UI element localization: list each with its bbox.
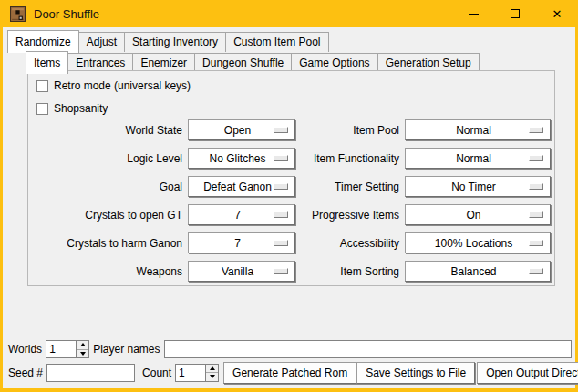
dropdown-indicator-icon: [529, 183, 543, 190]
progressive-items-label: Progressive Items: [295, 209, 405, 222]
seed-input[interactable]: [46, 364, 135, 382]
world-state-label: World State: [28, 124, 188, 137]
logic-level-label: Logic Level: [28, 152, 188, 165]
item-pool-dropdown[interactable]: Normal: [405, 119, 551, 140]
crystals-harm-ganon-label: Crystals to harm Ganon: [28, 237, 188, 250]
retro-mode-label: Retro mode (universal keys): [54, 79, 191, 92]
title-bar[interactable]: Door Shuffle ✕: [0, 0, 578, 27]
item-functionality-value: Normal: [406, 152, 529, 165]
tab-adjust[interactable]: Adjust: [78, 32, 125, 52]
timer-setting-dropdown[interactable]: No Timer: [405, 176, 551, 197]
door-icon: [10, 6, 26, 22]
item-sorting-label: Item Sorting: [295, 265, 405, 278]
crystals-open-gt-dropdown[interactable]: 7: [188, 204, 295, 225]
window-controls: ✕: [452, 0, 578, 27]
item-functionality-dropdown[interactable]: Normal: [405, 148, 551, 169]
tab-custom-item-pool[interactable]: Custom Item Pool: [225, 32, 328, 52]
items-panel: Retro mode (universal keys) Shopsanity W…: [27, 70, 555, 286]
dropdown-indicator-icon: [274, 268, 288, 274]
shopsanity-label: Shopsanity: [54, 102, 108, 115]
generate-patched-rom-button[interactable]: Generate Patched Rom: [223, 362, 356, 384]
close-button[interactable]: ✕: [536, 0, 578, 27]
weapons-dropdown[interactable]: Vanilla: [188, 261, 295, 282]
dropdown-indicator-icon: [274, 127, 288, 133]
logic-level-dropdown[interactable]: No Glitches: [188, 148, 295, 169]
item-pool-value: Normal: [406, 124, 529, 137]
count-input[interactable]: [175, 364, 205, 382]
retro-mode-checkbox[interactable]: [36, 80, 48, 92]
spinner-up-button[interactable]: [77, 341, 88, 349]
worlds-input[interactable]: [46, 340, 76, 358]
logic-level-value: No Glitches: [189, 152, 274, 165]
dropdown-indicator-icon: [274, 183, 288, 190]
timer-setting-value: No Timer: [406, 181, 529, 193]
count-spin-arrows: [205, 364, 219, 382]
accessibility-value: 100% Locations: [406, 237, 529, 250]
progressive-items-dropdown[interactable]: On: [405, 204, 551, 225]
worlds-label: Worlds: [8, 343, 42, 356]
weapons-value: Vanilla: [189, 265, 274, 278]
seed-label: Seed #: [8, 366, 43, 379]
dropdown-indicator-icon: [274, 240, 288, 246]
dropdown-indicator-icon: [529, 268, 543, 274]
world-state-value: Open: [189, 124, 274, 137]
count-label: Count: [142, 366, 171, 379]
minimize-button[interactable]: [452, 0, 494, 27]
spinner-down-icon: [80, 352, 86, 356]
dropdown-indicator-icon: [274, 211, 288, 218]
spinner-up-icon: [210, 366, 215, 370]
window-title: Door Shuffle: [34, 7, 99, 21]
maximize-button[interactable]: [494, 0, 536, 27]
outer-tab-bar: Randomize Adjust Starting Inventory Cust…: [7, 30, 328, 52]
spinner-up-icon: [80, 343, 86, 346]
spinner-down-button[interactable]: [206, 372, 218, 381]
accessibility-label: Accessibility: [295, 237, 405, 250]
shopsanity-checkbox[interactable]: [36, 103, 48, 115]
spinner-down-icon: [210, 375, 215, 378]
worlds-spinbox[interactable]: [46, 340, 89, 358]
dropdown-indicator-icon: [529, 211, 543, 218]
close-icon: ✕: [552, 8, 563, 20]
item-sorting-dropdown[interactable]: Balanced: [405, 261, 551, 282]
spinner-up-button[interactable]: [206, 365, 218, 373]
save-settings-button[interactable]: Save Settings to File: [356, 362, 475, 384]
weapons-label: Weapons: [28, 265, 188, 278]
dropdown-indicator-icon: [529, 155, 543, 161]
player-names-label: Player names: [93, 343, 160, 356]
accessibility-dropdown[interactable]: 100% Locations: [405, 232, 551, 253]
crystals-open-gt-label: Crystals to open GT: [28, 209, 188, 222]
window-content: Randomize Adjust Starting Inventory Cust…: [3, 27, 575, 388]
item-functionality-label: Item Functionality: [295, 152, 405, 165]
tab-randomize[interactable]: Randomize: [7, 30, 79, 53]
save-settings-label: Save Settings to File: [366, 366, 466, 379]
item-pool-label: Item Pool: [295, 124, 405, 137]
tab-starting-inventory[interactable]: Starting Inventory: [124, 32, 226, 52]
generate-patched-rom-label: Generate Patched Rom: [232, 366, 347, 379]
progressive-items-value: On: [406, 209, 529, 222]
item-sorting-value: Balanced: [406, 265, 529, 278]
spinner-down-button[interactable]: [77, 349, 88, 358]
open-output-directory-label: Open Output Directory: [486, 366, 578, 379]
goal-dropdown[interactable]: Defeat Ganon: [188, 176, 295, 197]
world-state-dropdown[interactable]: Open: [188, 119, 295, 140]
dropdown-indicator-icon: [529, 127, 543, 133]
goal-value: Defeat Ganon: [189, 181, 274, 193]
timer-setting-label: Timer Setting: [295, 181, 405, 193]
worlds-spin-arrows: [76, 340, 89, 358]
goal-label: Goal: [28, 181, 188, 193]
retro-mode-checkbox-row[interactable]: Retro mode (universal keys): [36, 78, 191, 93]
dropdown-indicator-icon: [274, 155, 288, 161]
crystals-harm-ganon-value: 7: [189, 237, 274, 250]
open-output-directory-button[interactable]: Open Output Directory: [477, 362, 578, 384]
generation-row: Seed # Count Generate Patched Rom Save S…: [8, 361, 572, 384]
player-names-input[interactable]: [164, 340, 573, 358]
minimize-icon: [469, 14, 479, 15]
shopsanity-checkbox-row[interactable]: Shopsanity: [36, 101, 108, 116]
app-window: Door Shuffle ✕ Randomize Adjust Starting…: [0, 0, 578, 392]
crystals-harm-ganon-dropdown[interactable]: 7: [188, 232, 295, 253]
count-spinbox[interactable]: [175, 364, 219, 382]
maximize-icon: [511, 9, 520, 18]
crystals-open-gt-value: 7: [189, 209, 274, 222]
multiworld-row: Worlds Player names: [8, 339, 572, 359]
tab-items[interactable]: Items: [26, 51, 68, 74]
